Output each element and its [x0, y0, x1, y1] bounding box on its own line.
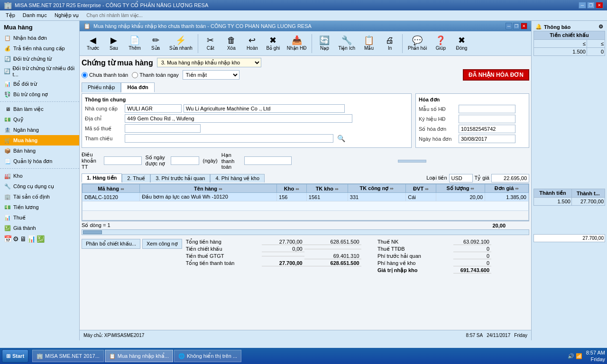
thong-tin-chung-title: Thông tin chung: [85, 97, 408, 102]
sidebar-item-cong-cu[interactable]: 🔧 Công cụ dụng cụ: [0, 181, 79, 191]
btn-them[interactable]: 📄 Thêm: [125, 35, 144, 52]
col-don-gia[interactable]: Đơn giá ⇔: [485, 184, 529, 193]
form-type-select[interactable]: 3. Mua hàng nhập khẩu nhập kho: [157, 58, 261, 67]
cost-icon: 💹: [4, 224, 11, 232]
so-hoa-don-input[interactable]: [459, 125, 515, 133]
ty-gia-input[interactable]: [491, 174, 529, 182]
col-tk-cong-no[interactable]: TK công nợ ⇔: [348, 184, 406, 193]
sidebar-item-quy[interactable]: 💵 Quỹ: [0, 114, 79, 125]
col-dvt[interactable]: ĐVT ⇔: [406, 184, 436, 193]
sidebar-item-doi-tru-nhieu[interactable]: 🔄 Đối trừ chứng từ nhiều đối t...: [0, 64, 79, 79]
scroll-thumb[interactable]: [398, 160, 426, 163]
restore-button[interactable]: ❐: [587, 2, 595, 9]
sub-tab-phi-truoc-hai-quan[interactable]: 3. Phí trước hải quan: [150, 174, 210, 182]
taskbar-app-browser[interactable]: 🌐 Không hiển thị trên ...: [174, 350, 241, 362]
dia-chi-input[interactable]: [125, 114, 352, 123]
taskbar-app-mua-hang[interactable]: 📋 Mua hàng nhập khẩ...: [105, 350, 173, 362]
bottom-total: 27.700,00: [533, 234, 605, 242]
col-ten-hang[interactable]: Tên hàng ⇔: [140, 184, 277, 193]
status-tt-ngay[interactable]: Thanh toán ngay: [132, 72, 179, 78]
sidebar-item-bu-tru[interactable]: 💱 Bù trừ công nợ: [0, 89, 79, 100]
purchase-app-icon: 📋: [109, 353, 116, 359]
phan-bo-chiet-khau-button[interactable]: Phân bổ chiết khấu...: [82, 239, 140, 249]
status-chua-tt[interactable]: Chưa thanh toán: [82, 72, 128, 78]
close-button[interactable]: ✕: [596, 2, 603, 9]
sidebar-item-quan-ly-hoa-don[interactable]: 📃 Quản lý hóa đơn: [0, 156, 79, 166]
btn-hoan[interactable]: ↩ Hoàn: [243, 35, 262, 52]
search-icon[interactable]: 🔍: [337, 135, 345, 142]
salary-icon: 💵: [4, 203, 11, 211]
menu-danhmuc[interactable]: Danh mục: [19, 11, 51, 19]
loai-tien-input[interactable]: [449, 174, 473, 182]
summary-area: Tổng tiền hàng 27.700,00 628.651.500 Tiề…: [186, 237, 529, 274]
sidebar-item-mua-hang[interactable]: 🛒 Mua hàng: [0, 135, 79, 146]
nha-cung-cap-code-input[interactable]: [125, 104, 182, 113]
btn-nap[interactable]: 🔄 Nạp: [315, 35, 334, 52]
payment-method-select[interactable]: Tiền mặt: [183, 70, 239, 80]
btn-tien-ich[interactable]: 🔧 Tiện ích: [336, 35, 358, 52]
btn-truoc[interactable]: ◀ Trước: [83, 35, 102, 52]
btn-sau[interactable]: ▶ Sau: [104, 35, 123, 52]
tab-phieu-nhap[interactable]: Phiếu nhập: [82, 82, 121, 92]
sidebar-divider2: [0, 168, 79, 169]
sidebar-item-tien-luong[interactable]: 💵 Tiền lương: [0, 202, 79, 212]
sub-close-button[interactable]: ✕: [521, 23, 527, 29]
btn-giup[interactable]: ❓ Giúp: [431, 35, 450, 52]
sub-tab-hang-tien[interactable]: 1. Hàng tiền: [82, 173, 122, 182]
tham-chieu-input[interactable]: [125, 134, 333, 143]
sidebar-item-ngan-hang[interactable]: 🏦 Ngân hàng: [0, 125, 79, 135]
ma-so-thue-input[interactable]: [125, 124, 201, 133]
cell-so-luong: 20,00: [436, 193, 485, 201]
btn-dong[interactable]: ✖ Đóng: [452, 35, 471, 52]
ngay-hoa-don-input[interactable]: [459, 135, 515, 143]
sub-minimize-button[interactable]: ─: [506, 23, 512, 29]
sidebar-item-gia-thanh[interactable]: 💹 Giá thành: [0, 223, 79, 233]
col-kho[interactable]: Kho ⇔: [277, 184, 307, 193]
xem-cong-no-button[interactable]: Xem công nợ: [142, 239, 182, 249]
btn-phan-hoi[interactable]: 💬 Phản hồi: [405, 35, 429, 52]
sub-tab-phi-hang-ve-kho[interactable]: 4. Phí hàng về kho: [210, 174, 265, 182]
col-tk-kho[interactable]: TK kho ⇔: [306, 184, 348, 193]
btn-nhan-hd[interactable]: 📥 Nhận HĐ: [285, 35, 309, 52]
minimize-button[interactable]: ─: [579, 2, 586, 9]
toolbar: ◀ Trước ▶ Sau 📄 Thêm ✏ Sửa ⚡ Sửa nhan: [80, 31, 531, 56]
col-so-luong[interactable]: Số lượng ⇔: [436, 184, 485, 193]
btn-sua[interactable]: ✏ Sửa: [146, 35, 165, 52]
sidebar-item-tai-san[interactable]: 🏢 Tài sản cố định: [0, 191, 79, 202]
start-button[interactable]: ⊞ Start: [2, 349, 28, 363]
sidebar-item-tra-tien[interactable]: 💰 Trả tiền nhà cung cấp: [0, 43, 79, 54]
table-row[interactable]: DBALC-10120 Đầu bơm áp lực cao Wuli Wh -…: [83, 193, 529, 201]
btn-in[interactable]: 🖨 In: [380, 35, 399, 52]
sub-restore-button[interactable]: ❐: [513, 23, 520, 29]
tab-hoa-don[interactable]: Hóa đơn: [121, 82, 154, 92]
mau-so-hd-input[interactable]: [459, 105, 515, 113]
sub-tab-thue[interactable]: 2. Thuế: [122, 174, 150, 182]
btn-cat[interactable]: ✂ Cắt: [201, 35, 220, 52]
report-icon: 📊: [4, 80, 11, 88]
btn-mau[interactable]: 📋 Mẫu: [359, 35, 378, 52]
dieu-khoan-tt-input[interactable]: [104, 156, 142, 165]
sidebar-item-bo-doi-tru[interactable]: 📊 Bổ đối trừ: [0, 79, 79, 89]
han-thanh-toan-input[interactable]: [244, 156, 292, 165]
settings-icon[interactable]: ⚙: [598, 24, 603, 30]
scroll-handle[interactable]: [83, 230, 102, 234]
so-ngay-no-input[interactable]: [171, 156, 199, 165]
sidebar-item-kho[interactable]: 🏭 Kho: [0, 171, 79, 181]
taskbar-app-misa[interactable]: 🏢 MISA SME.NET 2017...: [32, 350, 104, 362]
sidebar-item-nhan-hoa-don[interactable]: 📋 Nhận hóa đơn: [0, 33, 79, 43]
receive-invoice-icon: 📥: [292, 36, 302, 45]
sidebar-item-ban-hang[interactable]: 📦 Bán hàng: [0, 146, 79, 156]
btn-xoa[interactable]: 🗑 Xóa: [222, 35, 241, 52]
horizontal-scrollbar[interactable]: [82, 229, 529, 235]
btn-sua-nhanh[interactable]: ⚡ Sửa nhanh: [167, 35, 195, 52]
da-nhan-hoa-don-button[interactable]: ĐÃ NHẬN HÓA ĐƠN: [463, 69, 529, 81]
menu-tep[interactable]: Tệp: [2, 11, 19, 19]
sidebar-item-ban-lam-viec[interactable]: 🖥 Bàn làm việc: [0, 104, 79, 114]
col-ma-hang[interactable]: Mã hàng ⇔: [83, 184, 140, 193]
ky-hieu-hd-input[interactable]: [459, 115, 515, 123]
menu-nghiepvu[interactable]: Nghiệp vụ: [51, 11, 83, 19]
btn-bo-ghi[interactable]: ✖ Bỏ ghi: [264, 35, 283, 52]
sidebar-item-thue[interactable]: 📊 Thuế: [0, 212, 79, 223]
nha-cung-cap-name-input[interactable]: [184, 104, 345, 113]
sidebar-item-doi-tru[interactable]: 🔄 Đối trừ chứng từ: [0, 54, 79, 64]
